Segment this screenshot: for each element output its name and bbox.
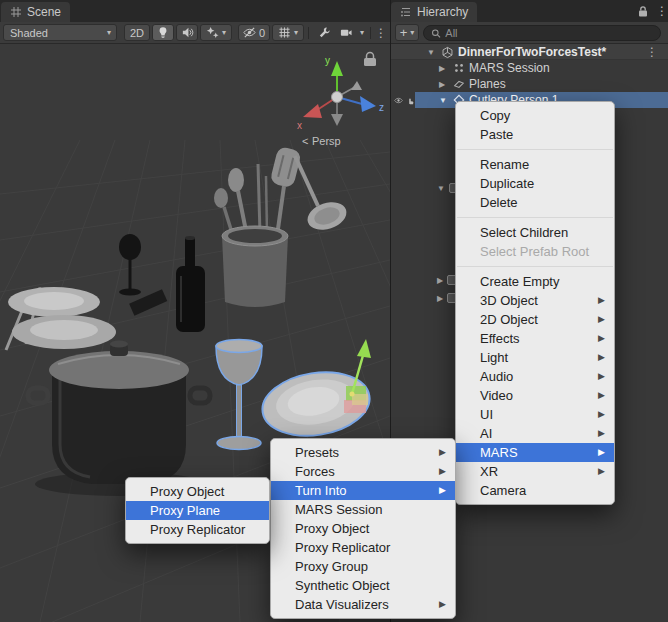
menu-item[interactable]: Video ▶ <box>456 386 614 405</box>
hierarchy-search-field[interactable] <box>423 25 661 41</box>
menu-separator <box>457 217 613 218</box>
menu-item[interactable]: MARS Session <box>271 500 455 519</box>
menu-item[interactable]: MARS ▶ <box>456 443 614 462</box>
menu-item[interactable]: Delete <box>456 193 614 212</box>
menu-item[interactable]: Light ▶ <box>456 348 614 367</box>
menu-item[interactable]: Synthetic Object <box>271 576 455 595</box>
context-menu: Copy Paste Rename Duplicate Delete Selec… <box>455 101 615 505</box>
tab-hierarchy[interactable]: Hierarchy <box>391 2 477 22</box>
foldout-closed-icon[interactable]: ▶ <box>439 76 445 92</box>
menu-item[interactable]: Forces ▶ <box>271 462 455 481</box>
hierarchy-row-scene[interactable]: ▼ DinnerForTwoForcesTest* ⋮ <box>391 44 668 60</box>
wine-glass-back[interactable] <box>119 234 141 296</box>
menu-item[interactable]: Proxy Replicator <box>271 538 455 557</box>
plus-icon: + <box>400 25 408 40</box>
picking-hand-icon[interactable] <box>406 95 415 106</box>
menu-item[interactable]: Paste <box>456 125 614 144</box>
menu-item[interactable]: Select Prefab Root <box>456 242 614 261</box>
gizmo-lock-icon[interactable] <box>364 53 376 67</box>
tab-scene[interactable]: Scene <box>1 2 70 22</box>
submenu-arrow-icon: ▶ <box>598 291 605 310</box>
menu-item[interactable]: Proxy Replicator <box>126 520 269 539</box>
menu-item-label: Proxy Object <box>295 521 369 536</box>
menu-item-label: Video <box>480 388 513 403</box>
menu-item[interactable]: Select Children <box>456 223 614 242</box>
hierarchy-row-mars-session[interactable]: ▶ MARS Session <box>391 60 668 76</box>
menu-item[interactable]: 3D Object ▶ <box>456 291 614 310</box>
menu-item[interactable]: Audio ▶ <box>456 367 614 386</box>
menu-item[interactable]: Create Empty <box>456 272 614 291</box>
menu-item[interactable]: Effects ▶ <box>456 329 614 348</box>
menu-item-label: Synthetic Object <box>295 578 390 593</box>
menu-item[interactable]: Proxy Plane <box>126 501 269 520</box>
menu-item[interactable]: Presets ▶ <box>271 443 455 462</box>
gizmo-x-cone[interactable] <box>303 104 322 118</box>
projection-toggle[interactable]: < Persp <box>302 135 341 147</box>
more-icon: ⋮ <box>375 25 387 41</box>
grid-visibility-dropdown[interactable]: ▾ <box>272 24 304 41</box>
shading-mode-dropdown[interactable]: Shaded ▾ <box>3 24 117 41</box>
submenu-arrow-icon: ▶ <box>598 405 605 424</box>
menu-item[interactable]: AI ▶ <box>456 424 614 443</box>
menu-item[interactable]: Copy <box>456 106 614 125</box>
menu-item[interactable]: Camera <box>456 481 614 500</box>
menu-item[interactable]: Rename <box>456 155 614 174</box>
submenu-arrow-icon: ▶ <box>598 462 605 481</box>
ladle[interactable] <box>295 156 350 235</box>
gizmo-y-cone[interactable] <box>331 61 343 76</box>
camera-icon <box>339 26 353 39</box>
scene-visibility-button[interactable]: 0 <box>238 24 270 41</box>
menu-item[interactable]: Proxy Group <box>271 557 455 576</box>
gizmo-z-cone[interactable] <box>360 96 376 112</box>
menu-item[interactable]: Duplicate <box>456 174 614 193</box>
plates-stack[interactable] <box>8 287 116 349</box>
hierarchy-tab-list-icon <box>400 6 412 18</box>
gizmo-z-label: z <box>379 102 384 113</box>
utensil-cup[interactable] <box>214 146 302 307</box>
hierarchy-row-planes[interactable]: ▶ Planes <box>391 76 668 92</box>
foldout-closed-icon[interactable]: ▶ <box>437 294 443 303</box>
foldout-closed-icon[interactable]: ▶ <box>437 276 443 285</box>
gizmo-center[interactable] <box>332 92 343 103</box>
cooking-pot[interactable] <box>28 341 210 497</box>
menu-item-label: Turn Into <box>295 483 347 498</box>
lock-icon[interactable] <box>637 5 649 18</box>
scene-lighting-toggle[interactable] <box>152 24 174 41</box>
scene-options-icon[interactable]: ⋮ <box>646 44 658 60</box>
orientation-gizmo[interactable]: y z x <box>297 55 384 131</box>
gizmo-negative-axis-cone[interactable] <box>351 81 362 90</box>
menu-item[interactable]: Data Visualizers ▶ <box>271 595 455 614</box>
gizmo-origin-dot <box>350 392 355 397</box>
shading-mode-label: Shaded <box>4 27 104 39</box>
search-input[interactable] <box>445 27 653 39</box>
hierarchy-toolbar: + ▾ <box>391 22 668 44</box>
menu-item[interactable]: Proxy Object <box>126 482 269 501</box>
camera-options-dropdown[interactable]: ▾ <box>356 24 368 41</box>
menu-item[interactable]: UI ▶ <box>456 405 614 424</box>
foldout-open-icon[interactable]: ▼ <box>437 184 445 193</box>
scene-audio-toggle[interactable] <box>176 24 198 41</box>
scene-more-menu[interactable]: ⋮ <box>374 24 388 41</box>
menu-item[interactable]: Proxy Object <box>271 519 455 538</box>
menu-item-label: Proxy Object <box>150 484 224 499</box>
selected-wine-glass[interactable] <box>216 340 262 450</box>
scene-effects-dropdown[interactable]: ▾ <box>200 24 232 41</box>
foldout-open-icon[interactable]: ▼ <box>439 92 447 108</box>
mars-submenu: Presets ▶ Forces ▶ Turn Into ▶ MARS Sess… <box>270 438 456 619</box>
foldout-closed-icon[interactable]: ▶ <box>439 60 445 76</box>
menu-item[interactable]: XR ▶ <box>456 462 614 481</box>
scene-camera-button[interactable] <box>336 24 356 41</box>
menu-item-label: AI <box>480 426 492 441</box>
foldout-open-icon[interactable]: ▼ <box>427 44 435 60</box>
menu-item-label: 2D Object <box>480 312 538 327</box>
panel-menu-icon[interactable]: ⋮ <box>656 3 668 19</box>
menu-item[interactable]: Turn Into ▶ <box>271 481 455 500</box>
toggle-2d-button[interactable]: 2D <box>124 24 150 41</box>
scene-tools-button[interactable] <box>314 24 334 41</box>
menu-item[interactable]: 2D Object ▶ <box>456 310 614 329</box>
create-object-button[interactable]: + ▾ <box>395 24 419 41</box>
menu-item-label: Proxy Plane <box>150 503 220 518</box>
bottle[interactable] <box>176 236 205 332</box>
gizmo-negative-axis-cone[interactable] <box>331 114 343 126</box>
visibility-eye-icon[interactable] <box>394 95 403 106</box>
